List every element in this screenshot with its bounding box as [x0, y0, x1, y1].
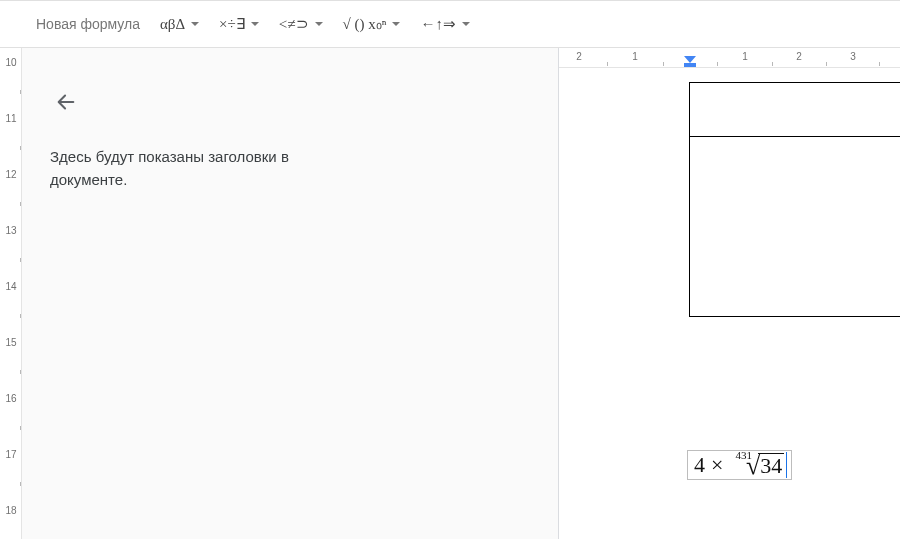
operators-icon: ×÷∃: [219, 15, 245, 33]
chevron-down-icon: [191, 22, 199, 26]
v-ruler-label: 17: [3, 449, 19, 460]
outline-close-button[interactable]: [50, 86, 82, 118]
v-ruler-label: 15: [3, 337, 19, 348]
arrows-icon: ←↑⇒: [420, 15, 456, 33]
chevron-down-icon: [462, 22, 470, 26]
chevron-down-icon: [251, 22, 259, 26]
equation-toolbar: Новая формула αβΔ ×÷∃ <≠⊃ √ () x₀ⁿ ←↑⇒: [0, 0, 900, 48]
radical-icon: √: [746, 455, 760, 477]
chevron-down-icon: [392, 22, 400, 26]
text-cursor: [786, 452, 787, 478]
arrows-dropdown[interactable]: ←↑⇒: [412, 9, 478, 39]
new-formula-label: Новая формула: [36, 16, 140, 32]
document-area: 2 1 1 2 3 4 4 × 431 √: [559, 48, 900, 539]
v-ruler-label: 12: [3, 169, 19, 180]
h-ruler-label: 2: [576, 51, 582, 62]
v-ruler-label: 11: [3, 113, 19, 124]
document-page[interactable]: 4 × 431 √ 34: [559, 68, 900, 539]
math-ops-icon: √ () x₀ⁿ: [343, 15, 387, 33]
arrow-left-icon: [55, 91, 77, 113]
equation-operator: ×: [711, 452, 723, 478]
chevron-down-icon: [315, 22, 323, 26]
horizontal-ruler[interactable]: 2 1 1 2 3 4: [559, 48, 900, 68]
greek-icon: αβΔ: [160, 16, 185, 33]
vertical-ruler[interactable]: 10 11 12 13 14 15 16 17 18: [0, 48, 22, 539]
h-ruler-label: 1: [632, 51, 638, 62]
math-operations-dropdown[interactable]: √ () x₀ⁿ: [335, 9, 409, 39]
equation-factor: 4: [694, 452, 705, 478]
v-ruler-label: 13: [3, 225, 19, 236]
root-radicand: 34: [758, 453, 784, 478]
table-cell[interactable]: [690, 137, 901, 317]
h-ruler-label: 3: [850, 51, 856, 62]
relations-icon: <≠⊃: [279, 15, 309, 33]
outline-panel: Здесь будут показаны заголовки в докумен…: [22, 48, 559, 539]
outline-placeholder-text: Здесь будут показаны заголовки в докумен…: [50, 146, 370, 191]
relations-dropdown[interactable]: <≠⊃: [271, 9, 331, 39]
greek-letters-dropdown[interactable]: αβΔ: [152, 10, 207, 39]
v-ruler-label: 10: [3, 57, 19, 68]
equation-object[interactable]: 4 × 431 √ 34: [687, 450, 792, 480]
document-table[interactable]: [689, 82, 900, 317]
v-ruler-label: 14: [3, 281, 19, 292]
workspace: 10 11 12 13 14 15 16 17 18 Здесь будут п…: [0, 48, 900, 539]
h-ruler-label: 1: [742, 51, 748, 62]
equation-root: 431 √ 34: [731, 453, 784, 478]
operators-dropdown[interactable]: ×÷∃: [211, 9, 267, 39]
table-cell[interactable]: [690, 83, 901, 137]
v-ruler-label: 16: [3, 393, 19, 404]
v-ruler-label: 18: [3, 505, 19, 516]
h-ruler-label: 2: [796, 51, 802, 62]
